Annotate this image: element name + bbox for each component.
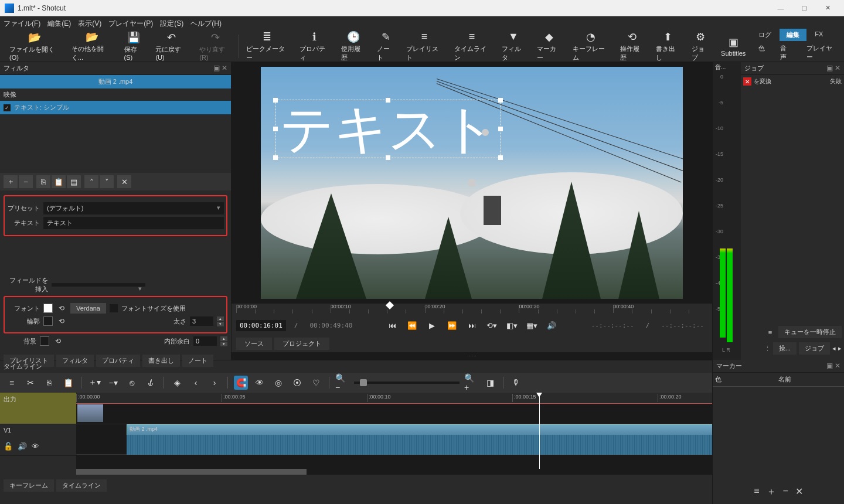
tl-prev-marker-button[interactable]: ‹: [189, 376, 203, 390]
minimize-button[interactable]: —: [769, 0, 792, 16]
tl-record-button[interactable]: 🎙: [509, 376, 523, 390]
tab-export[interactable]: 書き出し: [142, 355, 180, 367]
markers-close-icon[interactable]: ▣ ✕: [826, 362, 840, 370]
tl-scrub-button[interactable]: 👁: [253, 376, 267, 390]
mute-icon[interactable]: 🔊: [18, 442, 27, 451]
text-input[interactable]: テキスト: [43, 217, 224, 229]
tl-next-marker-button[interactable]: ›: [207, 376, 222, 390]
tl-remove-button[interactable]: −▾: [106, 376, 120, 390]
tl-ripple-all-button[interactable]: ⦿: [290, 376, 304, 390]
tl-lift-button[interactable]: ⎋: [125, 376, 139, 390]
marker-clear-button[interactable]: ✕: [795, 486, 803, 498]
tab-keyframes[interactable]: キーフレーム: [4, 479, 54, 492]
menu-edit[interactable]: 編集(E): [47, 19, 71, 29]
paste-filter-button[interactable]: 📋: [52, 175, 66, 188]
rewind-button[interactable]: ⏪: [404, 318, 420, 333]
text-overlay-box[interactable]: テキスト: [275, 100, 501, 158]
filter-enabled-checkbox[interactable]: ✓: [4, 104, 11, 111]
pause-queue-button[interactable]: キューを一時停止: [778, 326, 842, 338]
skip-next-button[interactable]: ⏭: [464, 318, 479, 333]
menu-player[interactable]: プレイヤー(P): [108, 19, 153, 29]
menu-help[interactable]: ヘルプ(H): [190, 19, 222, 29]
tl-ripple-button[interactable]: ◎: [271, 376, 285, 390]
marker-menu-button[interactable]: ≡: [754, 486, 759, 498]
thickness-input[interactable]: 3: [190, 316, 213, 326]
tl-zoom-in-button[interactable]: 🔍+: [464, 376, 478, 390]
timecode-current[interactable]: 00:00:16:01: [236, 320, 286, 331]
play-button[interactable]: ▶: [424, 318, 440, 333]
panel-drag-handle[interactable]: ⋯⋯: [232, 352, 712, 360]
tl-marker-button[interactable]: ◈: [170, 376, 184, 390]
menu-settings[interactable]: 設定(S): [160, 19, 183, 29]
insert-field-dropdown[interactable]: [52, 283, 145, 287]
skip-prev-button[interactable]: ⏮: [384, 318, 400, 333]
volume-button[interactable]: 🔊: [544, 318, 559, 333]
more-button[interactable]: 操...: [773, 342, 797, 355]
tl-menu-button[interactable]: ≡: [5, 376, 19, 390]
tab-timeline[interactable]: タイムライン: [56, 479, 107, 492]
toolbar-ファイルを開く(O)[interactable]: 📂ファイルを開く(O): [4, 31, 66, 61]
toolbar-キーフレーム[interactable]: ◔キーフレーム: [567, 30, 614, 62]
mode-color[interactable]: 色: [751, 42, 772, 63]
mode-fx[interactable]: FX: [808, 29, 830, 41]
toolbar-操作履歴[interactable]: ⟲操作履歴: [614, 30, 650, 62]
toolbar-その他を開く...[interactable]: 📂その他を開く...: [66, 30, 118, 62]
v1-track-header[interactable]: V1 🔓 🔊 👁: [0, 424, 76, 456]
tl-snap-button[interactable]: 🧲: [234, 376, 248, 390]
loop-button[interactable]: ⟲▾: [484, 318, 499, 333]
filters-close-icon[interactable]: ▣ ✕: [213, 64, 227, 73]
tl-append-button[interactable]: ＋▾: [87, 376, 101, 390]
menu-file[interactable]: ファイル(F): [4, 19, 40, 29]
marker-add-button[interactable]: ＋: [767, 486, 776, 498]
toolbar-ピークメーター[interactable]: ≣ピークメーター: [240, 30, 294, 62]
font-button[interactable]: Verdana: [70, 303, 106, 314]
tab-project[interactable]: プロジェクト: [274, 338, 329, 350]
toolbar-マーカー[interactable]: ◆マーカー: [531, 30, 567, 62]
mode-player[interactable]: プレイヤー: [799, 42, 840, 63]
deselect-button[interactable]: ✕: [117, 175, 131, 188]
tl-split-button[interactable]: ⫝̸: [144, 376, 158, 390]
menu-view[interactable]: 表示(V): [78, 19, 101, 29]
padding-input[interactable]: 0: [193, 336, 217, 346]
player-scrubber[interactable]: 00:00:0000:00:1000:00:2000:00:3000:00:40: [232, 304, 712, 315]
bg-color-swatch[interactable]: [40, 336, 49, 346]
add-filter-button[interactable]: ＋: [4, 175, 18, 188]
toolbar-元に戻す(U)[interactable]: ↶元に戻す(U): [149, 31, 193, 61]
copy-filter-button[interactable]: ⎘: [36, 175, 50, 188]
tl-copy-button[interactable]: ⎘: [42, 376, 56, 390]
queue-menu-icon[interactable]: ≡: [764, 329, 776, 336]
jobs-close-icon[interactable]: ▣ ✕: [826, 64, 840, 73]
tl-cut-button[interactable]: ✂: [23, 376, 38, 390]
use-font-size-checkbox[interactable]: [110, 304, 118, 312]
remove-filter-button[interactable]: −: [19, 175, 33, 188]
bg-color-reset[interactable]: ⟲: [53, 336, 63, 346]
close-button[interactable]: ✕: [816, 0, 839, 16]
tl-ripple-markers-button[interactable]: ♡: [309, 376, 323, 390]
toolbar-プロパティ[interactable]: ℹプロパティ: [294, 30, 335, 62]
tl-zoom-out-button[interactable]: 🔍−: [335, 376, 349, 390]
tab-notes[interactable]: ノート: [182, 355, 213, 367]
grid-button[interactable]: ▦▾: [524, 318, 539, 333]
tl-paste-button[interactable]: 📋: [61, 376, 75, 390]
marker-col-color[interactable]: 色: [715, 375, 778, 384]
zoom-button[interactable]: ◧▾: [504, 318, 519, 333]
preview-canvas[interactable]: テキスト: [261, 67, 683, 299]
save-set-button[interactable]: ▤: [67, 175, 81, 188]
lock-icon[interactable]: 🔓: [4, 442, 13, 451]
move-up-button[interactable]: ˄: [84, 175, 98, 188]
marker-col-name[interactable]: 名前: [778, 375, 842, 384]
tab-filters[interactable]: フィルタ: [56, 355, 94, 367]
outline-color-swatch[interactable]: [43, 316, 53, 326]
tl-zoom-slider[interactable]: [354, 382, 460, 384]
jobs-tab[interactable]: ジョブ: [799, 342, 830, 355]
mode-audio[interactable]: 音声: [773, 42, 798, 63]
maximize-button[interactable]: ▢: [792, 0, 816, 16]
toolbar-タイムライン[interactable]: ≡タイムライン: [448, 30, 496, 62]
font-color-swatch[interactable]: [43, 304, 53, 313]
tl-zoom-fit-button[interactable]: ◨: [483, 376, 497, 390]
thickness-spinner[interactable]: ▴▾: [217, 316, 224, 326]
toolbar-プレイリスト[interactable]: ≡プレイリスト: [400, 30, 448, 62]
tab-properties[interactable]: プロパティ: [96, 355, 140, 367]
toolbar-ジョブ[interactable]: ⚙ジョブ: [686, 30, 716, 62]
move-down-button[interactable]: ˅: [100, 175, 114, 188]
